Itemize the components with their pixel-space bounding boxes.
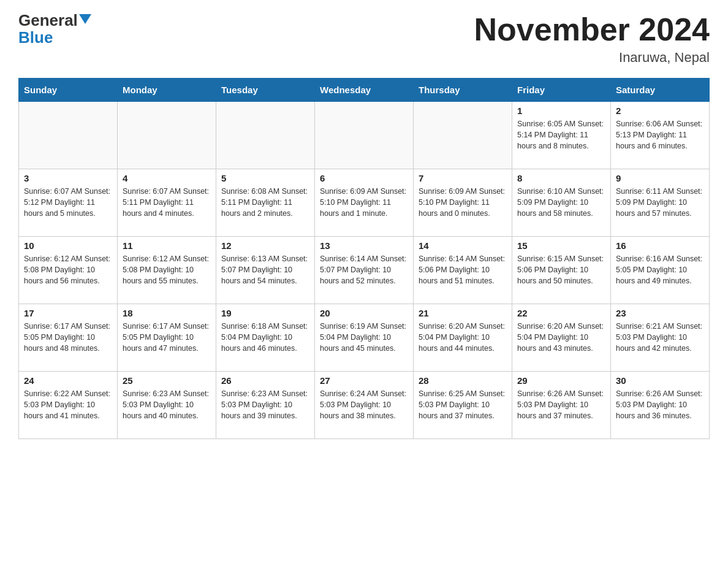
day-info: Sunrise: 6:09 AM Sunset: 5:10 PM Dayligh… <box>320 186 408 219</box>
day-info: Sunrise: 6:14 AM Sunset: 5:06 PM Dayligh… <box>419 253 507 286</box>
day-info: Sunrise: 6:21 AM Sunset: 5:03 PM Dayligh… <box>616 321 704 354</box>
day-info: Sunrise: 6:22 AM Sunset: 5:03 PM Dayligh… <box>24 388 112 421</box>
calendar-cell <box>315 102 414 169</box>
day-header-thursday: Thursday <box>414 79 512 102</box>
day-number: 23 <box>616 308 704 318</box>
calendar-cell: 17Sunrise: 6:17 AM Sunset: 5:05 PM Dayli… <box>19 304 118 372</box>
day-info: Sunrise: 6:10 AM Sunset: 5:09 PM Dayligh… <box>517 186 605 219</box>
calendar-cell: 20Sunrise: 6:19 AM Sunset: 5:04 PM Dayli… <box>315 304 414 372</box>
day-header-tuesday: Tuesday <box>216 79 315 102</box>
day-info: Sunrise: 6:11 AM Sunset: 5:09 PM Dayligh… <box>616 186 704 219</box>
day-number: 14 <box>419 240 507 251</box>
calendar-cell: 2Sunrise: 6:06 AM Sunset: 5:13 PM Daylig… <box>611 102 710 169</box>
day-number: 13 <box>320 240 408 251</box>
day-number: 28 <box>419 375 507 386</box>
day-number: 10 <box>24 240 112 251</box>
day-number: 7 <box>419 173 507 183</box>
day-info: Sunrise: 6:13 AM Sunset: 5:07 PM Dayligh… <box>221 253 309 286</box>
logo-line1: General <box>18 12 91 28</box>
calendar-cell <box>19 102 118 169</box>
calendar-cell: 25Sunrise: 6:23 AM Sunset: 5:03 PM Dayli… <box>118 372 216 439</box>
day-number: 21 <box>419 308 507 318</box>
day-number: 6 <box>320 173 408 183</box>
day-number: 11 <box>123 240 211 251</box>
calendar-header-row: SundayMondayTuesdayWednesdayThursdayFrid… <box>19 79 710 102</box>
calendar-cell: 10Sunrise: 6:12 AM Sunset: 5:08 PM Dayli… <box>19 237 118 304</box>
page-header: General Blue November 2024 Inaruwa, Nepa… <box>18 12 710 66</box>
logo: General Blue <box>18 12 91 45</box>
calendar-cell: 16Sunrise: 6:16 AM Sunset: 5:05 PM Dayli… <box>611 237 710 304</box>
day-info: Sunrise: 6:12 AM Sunset: 5:08 PM Dayligh… <box>123 253 211 286</box>
calendar-cell: 11Sunrise: 6:12 AM Sunset: 5:08 PM Dayli… <box>118 237 216 304</box>
calendar-cell: 27Sunrise: 6:24 AM Sunset: 5:03 PM Dayli… <box>315 372 414 439</box>
day-number: 4 <box>123 173 211 183</box>
day-number: 8 <box>517 173 605 183</box>
day-number: 30 <box>616 375 704 386</box>
day-header-wednesday: Wednesday <box>315 79 414 102</box>
calendar-cell: 28Sunrise: 6:25 AM Sunset: 5:03 PM Dayli… <box>414 372 512 439</box>
calendar-cell: 29Sunrise: 6:26 AM Sunset: 5:03 PM Dayli… <box>512 372 611 439</box>
day-info: Sunrise: 6:20 AM Sunset: 5:04 PM Dayligh… <box>517 321 605 354</box>
calendar-week-row: 3Sunrise: 6:07 AM Sunset: 5:12 PM Daylig… <box>19 169 710 237</box>
day-number: 25 <box>123 375 211 386</box>
calendar-cell: 22Sunrise: 6:20 AM Sunset: 5:04 PM Dayli… <box>512 304 611 372</box>
day-info: Sunrise: 6:26 AM Sunset: 5:03 PM Dayligh… <box>517 388 605 421</box>
day-header-sunday: Sunday <box>19 79 118 102</box>
calendar-table: SundayMondayTuesdayWednesdayThursdayFrid… <box>18 78 710 439</box>
location-subtitle: Inaruwa, Nepal <box>474 50 710 66</box>
calendar-cell: 13Sunrise: 6:14 AM Sunset: 5:07 PM Dayli… <box>315 237 414 304</box>
day-number: 3 <box>24 173 112 183</box>
day-info: Sunrise: 6:09 AM Sunset: 5:10 PM Dayligh… <box>419 186 507 219</box>
day-info: Sunrise: 6:16 AM Sunset: 5:05 PM Dayligh… <box>616 253 704 286</box>
day-number: 9 <box>616 173 704 183</box>
day-info: Sunrise: 6:05 AM Sunset: 5:14 PM Dayligh… <box>517 118 605 151</box>
day-number: 17 <box>24 308 112 318</box>
day-info: Sunrise: 6:23 AM Sunset: 5:03 PM Dayligh… <box>123 388 211 421</box>
day-info: Sunrise: 6:25 AM Sunset: 5:03 PM Dayligh… <box>419 388 507 421</box>
day-number: 16 <box>616 240 704 251</box>
day-number: 26 <box>221 375 309 386</box>
day-number: 29 <box>517 375 605 386</box>
day-info: Sunrise: 6:20 AM Sunset: 5:04 PM Dayligh… <box>419 321 507 354</box>
calendar-cell: 9Sunrise: 6:11 AM Sunset: 5:09 PM Daylig… <box>611 169 710 237</box>
day-info: Sunrise: 6:23 AM Sunset: 5:03 PM Dayligh… <box>221 388 309 421</box>
calendar-cell: 21Sunrise: 6:20 AM Sunset: 5:04 PM Dayli… <box>414 304 512 372</box>
day-info: Sunrise: 6:26 AM Sunset: 5:03 PM Dayligh… <box>616 388 704 421</box>
calendar-cell: 26Sunrise: 6:23 AM Sunset: 5:03 PM Dayli… <box>216 372 315 439</box>
calendar-cell: 3Sunrise: 6:07 AM Sunset: 5:12 PM Daylig… <box>19 169 118 237</box>
calendar-week-row: 10Sunrise: 6:12 AM Sunset: 5:08 PM Dayli… <box>19 237 710 304</box>
calendar-cell: 8Sunrise: 6:10 AM Sunset: 5:09 PM Daylig… <box>512 169 611 237</box>
day-info: Sunrise: 6:15 AM Sunset: 5:06 PM Dayligh… <box>517 253 605 286</box>
calendar-week-row: 1Sunrise: 6:05 AM Sunset: 5:14 PM Daylig… <box>19 102 710 169</box>
day-number: 27 <box>320 375 408 386</box>
day-info: Sunrise: 6:14 AM Sunset: 5:07 PM Dayligh… <box>320 253 408 286</box>
calendar-cell: 7Sunrise: 6:09 AM Sunset: 5:10 PM Daylig… <box>414 169 512 237</box>
calendar-cell: 4Sunrise: 6:07 AM Sunset: 5:11 PM Daylig… <box>118 169 216 237</box>
day-number: 18 <box>123 308 211 318</box>
day-number: 1 <box>517 105 605 116</box>
calendar-week-row: 17Sunrise: 6:17 AM Sunset: 5:05 PM Dayli… <box>19 304 710 372</box>
day-info: Sunrise: 6:12 AM Sunset: 5:08 PM Dayligh… <box>24 253 112 286</box>
day-number: 20 <box>320 308 408 318</box>
calendar-cell: 23Sunrise: 6:21 AM Sunset: 5:03 PM Dayli… <box>611 304 710 372</box>
day-info: Sunrise: 6:24 AM Sunset: 5:03 PM Dayligh… <box>320 388 408 421</box>
day-number: 19 <box>221 308 309 318</box>
day-info: Sunrise: 6:17 AM Sunset: 5:05 PM Dayligh… <box>24 321 112 354</box>
calendar-week-row: 24Sunrise: 6:22 AM Sunset: 5:03 PM Dayli… <box>19 372 710 439</box>
calendar-cell <box>414 102 512 169</box>
calendar-cell: 24Sunrise: 6:22 AM Sunset: 5:03 PM Dayli… <box>19 372 118 439</box>
calendar-cell <box>216 102 315 169</box>
calendar-cell: 19Sunrise: 6:18 AM Sunset: 5:04 PM Dayli… <box>216 304 315 372</box>
title-area: November 2024 Inaruwa, Nepal <box>474 12 710 66</box>
day-header-friday: Friday <box>512 79 611 102</box>
day-number: 22 <box>517 308 605 318</box>
month-title: November 2024 <box>474 12 710 47</box>
day-info: Sunrise: 6:17 AM Sunset: 5:05 PM Dayligh… <box>123 321 211 354</box>
day-header-monday: Monday <box>118 79 216 102</box>
calendar-cell: 15Sunrise: 6:15 AM Sunset: 5:06 PM Dayli… <box>512 237 611 304</box>
day-number: 2 <box>616 105 704 116</box>
day-header-saturday: Saturday <box>611 79 710 102</box>
day-info: Sunrise: 6:07 AM Sunset: 5:12 PM Dayligh… <box>24 186 112 219</box>
day-number: 24 <box>24 375 112 386</box>
calendar-cell: 18Sunrise: 6:17 AM Sunset: 5:05 PM Dayli… <box>118 304 216 372</box>
